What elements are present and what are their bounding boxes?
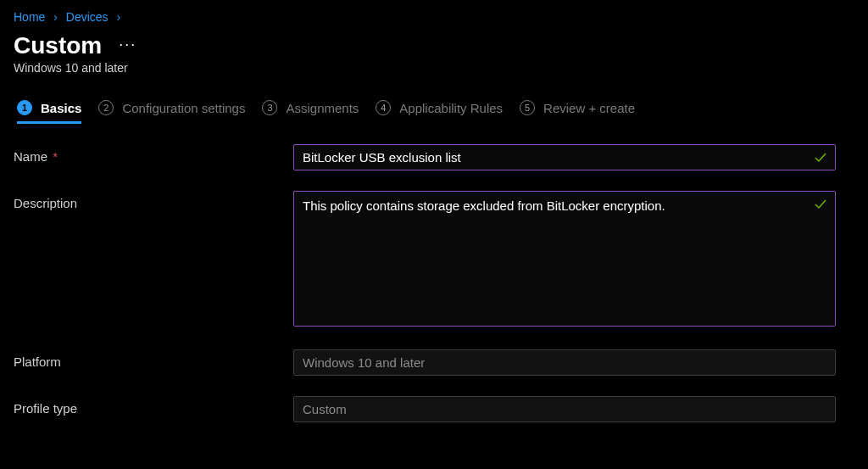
profile-type-value: Custom [293, 396, 836, 422]
tab-assignments[interactable]: 3 Assignments [262, 100, 359, 122]
description-textarea[interactable] [293, 191, 836, 327]
step-label: Configuration settings [122, 101, 245, 115]
breadcrumb-devices-link[interactable]: Devices [66, 10, 108, 24]
check-icon [814, 151, 827, 165]
name-input[interactable] [293, 144, 836, 170]
platform-value: Windows 10 and later [293, 349, 836, 376]
check-icon [814, 198, 827, 211]
step-number-badge: 2 [98, 100, 114, 115]
page-title: Custom [14, 32, 102, 59]
step-label: Basics [41, 101, 81, 115]
step-label: Review + create [543, 101, 635, 115]
step-number-badge: 3 [262, 100, 277, 115]
profile-type-label: Profile type [14, 396, 293, 422]
chevron-right-icon: › [53, 10, 58, 24]
more-actions-button[interactable]: ··· [119, 36, 136, 57]
wizard-steps: 1 Basics 2 Configuration settings 3 Assi… [14, 100, 854, 122]
tab-applicability-rules[interactable]: 4 Applicability Rules [376, 100, 503, 122]
name-label: Name * [14, 144, 293, 170]
step-label: Applicability Rules [399, 101, 503, 115]
tab-review-create[interactable]: 5 Review + create [520, 100, 635, 122]
step-number-badge: 4 [376, 100, 391, 115]
page-subtitle: Windows 10 and later [14, 61, 854, 75]
tab-basics[interactable]: 1 Basics [17, 100, 81, 122]
step-number-badge: 5 [520, 100, 535, 115]
step-number-badge: 1 [17, 100, 32, 115]
step-label: Assignments [286, 101, 359, 115]
breadcrumb: Home › Devices › [14, 8, 854, 32]
platform-label: Platform [14, 349, 293, 376]
description-label: Description [14, 191, 293, 329]
breadcrumb-home-link[interactable]: Home [14, 10, 45, 24]
tab-configuration-settings[interactable]: 2 Configuration settings [98, 100, 245, 122]
chevron-right-icon: › [117, 10, 121, 24]
required-indicator: * [49, 149, 58, 164]
